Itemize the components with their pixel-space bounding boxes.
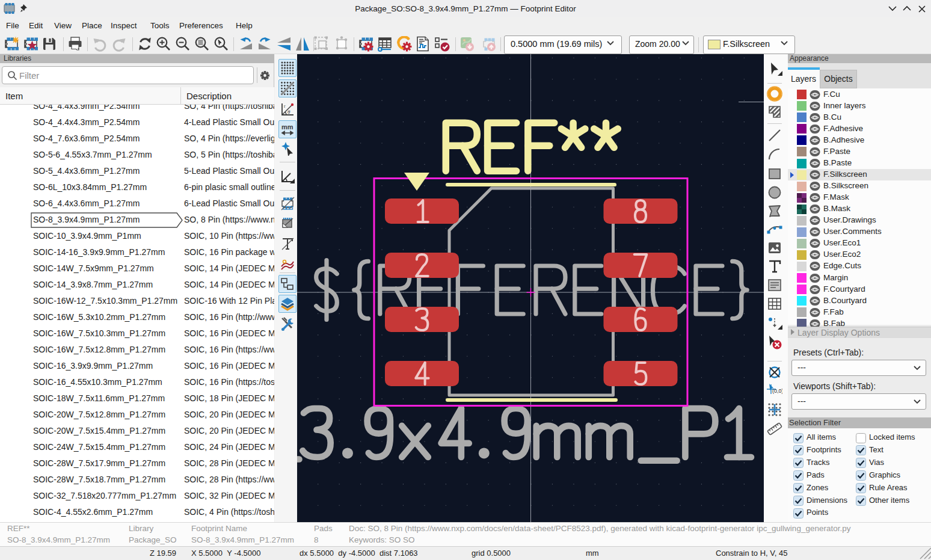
svg-text:mm: mm (281, 123, 293, 131)
svg-text:θ: θ (287, 109, 290, 115)
svg-text:(0,0): (0,0) (772, 388, 782, 394)
svg-text:r: r (284, 103, 286, 109)
